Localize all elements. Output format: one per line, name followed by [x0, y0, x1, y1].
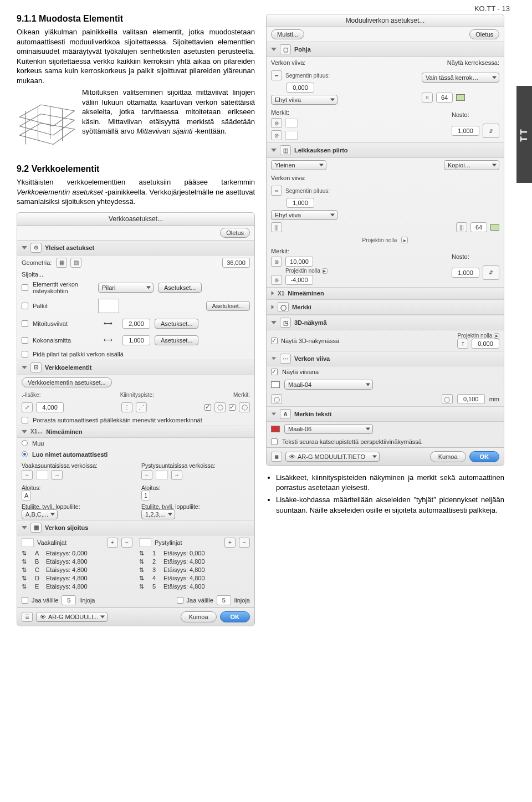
pen-id[interactable]: 64 — [436, 93, 453, 103]
section-pohja[interactable]: ▢Pohja — [267, 42, 504, 57]
jaa-h-val[interactable]: 5 — [62, 595, 76, 605]
seg2-val[interactable]: 1,000 — [287, 198, 314, 208]
pen2-id[interactable]: 64 — [470, 222, 487, 232]
anchor-icon-1[interactable]: ⋮ — [121, 402, 132, 412]
lisake-value[interactable]: 4,000 — [36, 402, 64, 412]
chk-merkit-1[interactable] — [204, 404, 211, 411]
add-hline[interactable]: + — [107, 538, 118, 548]
maali04-select[interactable]: Maali-04 — [284, 380, 373, 390]
line-style-icon[interactable]: ━ — [271, 70, 282, 80]
chk-porrasta[interactable] — [22, 417, 28, 423]
kumoa-button-a[interactable]: Kumoa — [181, 611, 217, 622]
anchor-icon-2[interactable]: ⋰ — [136, 402, 147, 412]
section-sijoitus[interactable]: ▦Verkon sijoitus — [17, 520, 254, 535]
section-general[interactable]: ⊙Yleiset asetukset — [17, 240, 254, 256]
pen-icon[interactable]: ◯ — [271, 394, 282, 404]
distance-row[interactable]: ⇅3Etäisyys: 4,800 — [139, 566, 250, 574]
section-3d[interactable]: ◳3D-näkymä — [267, 315, 504, 330]
color-swatch-64b[interactable] — [490, 224, 499, 231]
hash-icon[interactable]: ⌗ — [422, 93, 433, 103]
verkkoelementin-asetukset-button[interactable]: Verkkoelementin asetukset... — [22, 377, 112, 387]
maali06-select[interactable]: Maali-06 — [284, 424, 373, 434]
asetukset-palkit[interactable]: Asetukset... — [206, 301, 250, 311]
add-vline[interactable]: + — [224, 538, 236, 548]
distance-row[interactable]: ⇅2Etäisyys: 4,800 — [139, 558, 250, 566]
ok-button-a[interactable]: OK — [220, 611, 250, 622]
kokonais-value[interactable]: 1,000 — [122, 335, 150, 345]
chk-teksti-seuraa[interactable] — [271, 438, 278, 445]
section-verkon-viiva[interactable]: ⋯Verkon viiva — [267, 351, 504, 366]
align-icon[interactable]: ||| — [271, 222, 282, 232]
layer-select-a[interactable]: 👁AR-G MODUULI... — [36, 612, 108, 622]
marker-bot-icon[interactable]: ⊚ — [271, 275, 282, 285]
aloitus-h[interactable]: A — [22, 491, 31, 500]
muisti-button[interactable]: Muisti... — [271, 29, 304, 39]
grid-alt-icon[interactable]: ▧ — [70, 258, 81, 268]
kumoa-button-b[interactable]: Kumoa — [430, 451, 466, 462]
lisake-dir-icon[interactable]: ⤢ — [22, 402, 33, 412]
yleinen-select[interactable]: Yleinen — [271, 160, 326, 170]
sel-abc[interactable]: A,B,C,... — [22, 509, 58, 519]
section-merkin-teksti[interactable]: AMerkin teksti — [267, 406, 504, 422]
sel-123[interactable]: 1,2,3,... — [141, 509, 175, 519]
chk-elementit[interactable] — [22, 284, 28, 291]
marker-on-icon[interactable]: ⊚ — [271, 118, 282, 128]
kerros-select[interactable]: Vain tässä kerrok… — [422, 73, 499, 83]
distance-row[interactable]: ⇅5Etäisyys: 4,800 — [139, 583, 250, 591]
ehyt2-select[interactable]: Ehyt viiva — [271, 210, 337, 220]
distance-row[interactable]: ⇅1Etäisyys: 0,000 — [139, 549, 250, 558]
chk-jaa-v[interactable] — [177, 597, 183, 604]
layer-select-b[interactable]: 👁AR-G MODUULIT.TIETO — [285, 452, 380, 462]
jaa-v-val[interactable]: 5 — [217, 595, 231, 605]
distance-row[interactable]: ⇅DEtäisyys: 4,800 — [22, 574, 132, 583]
distance-row[interactable]: ⇅BEtäisyys: 4,800 — [22, 558, 132, 566]
section-nimeaminen[interactable]: X1…Nimeäminen — [17, 426, 254, 438]
section-merkki[interactable]: ◯Merkki — [267, 299, 504, 315]
proj-ref-icon[interactable]: ▸ — [401, 237, 408, 243]
chk-palkit[interactable] — [22, 303, 28, 309]
aloitus-v[interactable]: 1 — [141, 491, 150, 500]
chk-3d[interactable] — [271, 338, 278, 344]
pilari-select[interactable]: Pilari — [98, 283, 154, 293]
merkit2-top[interactable]: 10,000 — [285, 257, 313, 267]
ok-button-b[interactable]: OK — [469, 451, 500, 462]
dir-left2-icon[interactable]: ← — [141, 470, 152, 480]
marker-off-icon[interactable]: ⊘ — [271, 130, 282, 140]
asetukset-kokonais[interactable]: Asetukset... — [155, 335, 198, 345]
ehyt-select[interactable]: Ehyt viiva — [271, 95, 337, 105]
marker-top-icon[interactable]: ⊚ — [271, 257, 282, 267]
del-vline[interactable]: − — [239, 538, 250, 548]
distance-row[interactable]: ⇅CEtäisyys: 4,800 — [22, 566, 132, 574]
oletus-button-b[interactable]: Oletus — [469, 29, 499, 39]
asetukset-mitoitus[interactable]: Asetukset... — [155, 319, 198, 329]
chk-kokonais[interactable] — [22, 337, 28, 344]
dir-right-icon[interactable]: → — [52, 470, 63, 480]
kopioi-select[interactable]: Kopioi… — [444, 160, 499, 170]
swatch-maali04[interactable] — [271, 381, 280, 388]
grid-type-icon[interactable]: ▦ — [56, 258, 67, 268]
dir-left-icon[interactable]: ← — [22, 470, 33, 480]
color-swatch-64[interactable] — [456, 94, 465, 101]
del-hline[interactable]: − — [121, 538, 132, 548]
dir-right2-icon[interactable]: → — [171, 470, 182, 480]
chk-pida[interactable] — [22, 351, 28, 357]
rad-muu[interactable] — [22, 440, 28, 446]
section-verkkoelementit[interactable]: ⊡Verkkoelementit — [17, 360, 254, 375]
rad-luo[interactable] — [22, 451, 28, 457]
merkit2-bot[interactable]: -4,000 — [285, 275, 313, 285]
nosto2-val[interactable]: 1,000 — [452, 268, 479, 278]
distance-row[interactable]: ⇅EEtäisyys: 4,800 — [22, 583, 132, 591]
asetukset-pilari[interactable]: Asetukset... — [158, 283, 202, 293]
section-leikkaus[interactable]: ◫Leikkauksen piirto — [267, 142, 504, 158]
section-nimeaminen-b[interactable]: X1Nimeäminen — [267, 287, 504, 299]
hash2-icon[interactable]: ||| — [456, 222, 467, 232]
chk-mitoitus[interactable] — [22, 320, 28, 327]
mitoitus-value[interactable]: 2,000 — [122, 319, 150, 329]
pn-val[interactable]: 0,000 — [472, 339, 499, 349]
oletus-button[interactable]: Oletus — [220, 228, 250, 238]
geometry-value[interactable]: 36,000 — [222, 258, 250, 268]
distance-row[interactable]: ⇅4Etäisyys: 4,800 — [139, 574, 250, 583]
swatch-maali06[interactable] — [271, 426, 280, 432]
pen-weight-icon[interactable]: ◯ — [442, 394, 453, 404]
line-style2-icon[interactable]: ━ — [271, 186, 282, 196]
